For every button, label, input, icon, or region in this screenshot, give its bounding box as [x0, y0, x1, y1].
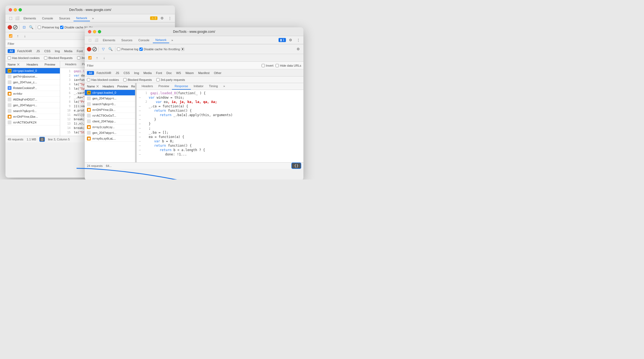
download-icon-1[interactable]: ↓	[22, 33, 28, 39]
detail-tab-more-2[interactable]: »	[221, 83, 228, 90]
tab-sources-2[interactable]: Sources	[119, 37, 135, 43]
filter-all-2[interactable]: All	[87, 71, 94, 75]
filter-img-1[interactable]: Img	[53, 49, 62, 53]
tab-elements-2[interactable]: Elements	[100, 37, 118, 43]
filter-fetch-2[interactable]: Fetch/XHR	[95, 71, 113, 75]
hide-data-urls-check-2[interactable]: Hide data URLs	[276, 64, 301, 67]
detail-tab-preview-2[interactable]: Preview	[156, 83, 172, 90]
filter-img-2[interactable]: Img	[132, 71, 141, 75]
filter-icon-1[interactable]: ⊡	[21, 24, 27, 30]
device-icon-2[interactable]: ⬜	[93, 37, 99, 43]
blocked-cookies-1[interactable]: Has blocked cookies	[8, 56, 40, 60]
filter-doc-2[interactable]: Doc	[165, 71, 174, 75]
request-item-6[interactable]: gen_204?atyp=i...	[5, 102, 60, 108]
blocked-cookies-2[interactable]: Has blocked cookies	[87, 78, 119, 81]
clear-button-1[interactable]	[13, 25, 17, 30]
download-icon-2[interactable]: ↓	[101, 55, 107, 61]
tab-console-1[interactable]: Console	[39, 16, 56, 21]
tab-more-1[interactable]: »	[90, 16, 95, 20]
request-item-w2-5[interactable]: client_204?atyp...	[85, 119, 135, 124]
search-icon-1[interactable]: 🔍	[28, 24, 34, 30]
detail-tab-headers-2[interactable]: Headers	[139, 83, 156, 90]
filter-icon-2[interactable]: ▽	[100, 46, 106, 52]
more-icon-2[interactable]: ⋮	[295, 37, 301, 43]
filter-js-1[interactable]: JS	[34, 49, 42, 53]
filter-manifest-2[interactable]: Manifest	[196, 71, 212, 75]
request-item-w2-4[interactable]: rs=ACT9OoGsT...	[85, 113, 135, 119]
request-item-3[interactable]: D RotateCookiesP...	[5, 85, 60, 91]
request-item-w2-3[interactable]: ▣ m=DhPYme,Ek...	[85, 107, 135, 113]
wifi-icon-2[interactable]: 📶	[87, 55, 93, 61]
device-icon[interactable]: ⬜	[14, 15, 20, 21]
filter-css-1[interactable]: CSS	[42, 49, 52, 53]
preserve-log-check-1[interactable]: Preserve log	[38, 26, 59, 29]
detail-tab-headers[interactable]: Headers	[62, 61, 79, 68]
filter-ws-2[interactable]: WS	[174, 71, 183, 75]
traffic-lights-2[interactable]	[88, 30, 101, 33]
close-panel-icon-2[interactable]: ✕	[96, 84, 99, 89]
filter-fetch-1[interactable]: Fetch/XHR	[15, 49, 34, 53]
upload-icon-2[interactable]: ↑	[94, 55, 100, 61]
tab-network-1[interactable]: Network	[74, 15, 90, 21]
detail-tab-timing-2[interactable]: Timing	[206, 83, 221, 90]
request-item-w2-6[interactable]: ▣ m=sy1r,sybt,sy...	[85, 124, 135, 130]
disable-cache-check-1[interactable]: Disable cache	[60, 26, 83, 29]
minimize-button-2[interactable]	[93, 30, 96, 33]
request-item-9[interactable]: rs=ACT9OoFKZ4	[5, 120, 60, 125]
disable-cache-check-2[interactable]: Disable cache	[139, 48, 163, 51]
devtools-window-2[interactable]: DevTools - www.google.com/ ⬚ ⬜ Elements …	[85, 27, 303, 180]
close-button-1[interactable]	[9, 8, 12, 11]
search-icon-2[interactable]: 🔍	[107, 46, 113, 52]
request-item-w2-8[interactable]: ▣ m=sy6s,sy6t,aL...	[85, 136, 135, 142]
clear-button-2[interactable]	[92, 47, 97, 51]
filter-wasm-2[interactable]: Wasm	[183, 71, 196, 75]
request-item-7[interactable]: search?q&cp=0...	[5, 108, 60, 114]
invert-check-2[interactable]: Invert	[262, 64, 274, 67]
maximize-button-1[interactable]	[19, 8, 22, 11]
close-button-2[interactable]	[88, 30, 91, 33]
request-item-w2-2[interactable]: search?q&cp=0...	[85, 101, 135, 107]
close-panel-icon[interactable]: ✕	[17, 62, 20, 67]
cursor-icon-2[interactable]: ⬚	[87, 37, 93, 43]
tab-elements-1[interactable]: Elements	[21, 16, 39, 21]
filter-js-2[interactable]: JS	[114, 71, 121, 75]
cursor-icon[interactable]: ⬚	[8, 15, 14, 21]
traffic-lights-1[interactable]	[9, 8, 22, 11]
format-button-2[interactable]: {}	[291, 163, 301, 169]
request-item-w2-1[interactable]: gen_204?atyp=i...	[85, 96, 135, 101]
request-item-w2-7[interactable]: gen_204?atyp=i...	[85, 130, 135, 136]
third-party-2[interactable]: 3rd-party requests	[156, 78, 185, 81]
request-item-4[interactable]: ▣ m=hfcr	[5, 91, 60, 97]
maximize-button-2[interactable]	[98, 30, 101, 33]
tab-console-2[interactable]: Console	[136, 37, 152, 43]
wifi-icon-1[interactable]: 📶	[8, 33, 14, 39]
request-item-w2-0[interactable]: JS cb=gapi.loaded_0	[85, 90, 135, 96]
filter-css-2[interactable]: CSS	[122, 71, 132, 75]
request-item-0[interactable]: JS cb=gapi.loaded_0	[5, 68, 60, 74]
request-item-5[interactable]: A6DkqFxHDGI7...	[5, 97, 60, 102]
format-button-1[interactable]: {}	[39, 137, 45, 142]
settings-gear-2[interactable]: ⚙	[295, 46, 301, 52]
blocked-requests-1[interactable]: Blocked Requests	[44, 56, 73, 60]
filter-all-1[interactable]: All	[8, 49, 15, 53]
detail-tab-initiator-2[interactable]: Initiator	[191, 83, 206, 90]
throttling-arrow-2[interactable]: ▼	[181, 48, 184, 51]
record-button-2[interactable]	[87, 47, 91, 51]
detail-tab-response-2[interactable]: Response	[172, 83, 191, 90]
request-item-8[interactable]: ▣ m=DhPYme,Eke...	[5, 114, 60, 120]
filter-other-2[interactable]: Other	[212, 71, 223, 75]
record-button-1[interactable]	[8, 25, 12, 30]
filter-media-1[interactable]: Media	[62, 49, 74, 53]
tab-more-2[interactable]: »	[170, 38, 175, 42]
settings-icon-1[interactable]: ⚙	[159, 15, 165, 21]
minimize-button-1[interactable]	[14, 8, 17, 11]
filter-font-1[interactable]: Font	[75, 49, 85, 53]
tab-sources-1[interactable]: Sources	[56, 16, 73, 21]
preserve-log-check-2[interactable]: Preserve log	[117, 48, 138, 51]
filter-media-2[interactable]: Media	[142, 71, 154, 75]
upload-icon-1[interactable]: ↑	[15, 33, 21, 39]
settings-icon-2[interactable]: ⚙	[288, 37, 294, 43]
blocked-requests-2[interactable]: Blocked Requests	[123, 78, 152, 81]
request-item-2[interactable]: gen_204?use_c...	[5, 80, 60, 85]
request-item-1[interactable]: get?rt=j&sourcei...	[5, 74, 60, 80]
